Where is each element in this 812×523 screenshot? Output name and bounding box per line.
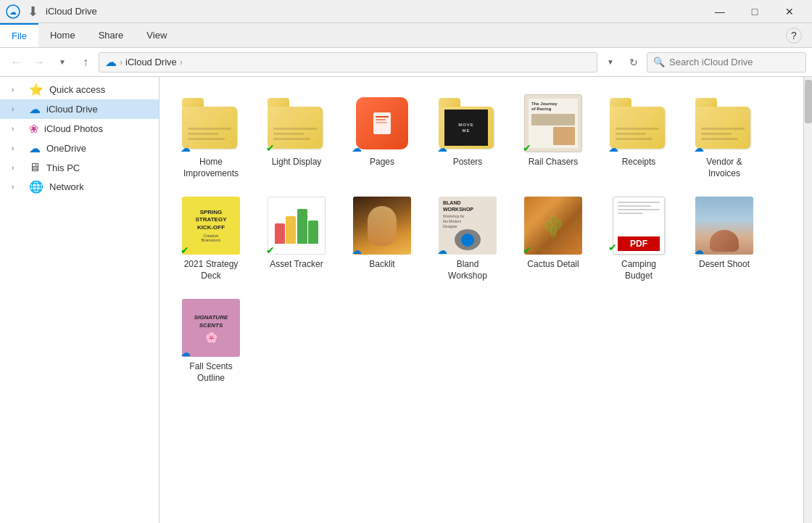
thumb-asset-tracker: ✔ bbox=[268, 197, 326, 255]
scrollbar-thumb[interactable] bbox=[805, 80, 812, 123]
status-check-icon: ✔ bbox=[266, 142, 275, 154]
thumb-desert-shoot: ☁ bbox=[695, 197, 753, 255]
sidebar-item-icloud-drive[interactable]: › ☁ iCloud Drive bbox=[0, 99, 159, 119]
expand-icon-quick-access: › bbox=[12, 86, 23, 94]
status-cloud-receipts: ☁ bbox=[608, 142, 618, 154]
file-item-strategy-deck[interactable]: SPRINGSTRATEGYKICK-OFF CreativeBrainstor… bbox=[171, 191, 251, 287]
network-icon: 🌐 bbox=[29, 180, 44, 194]
status-check-strategy: ✔ bbox=[181, 244, 189, 256]
thumb-receipts: ☁ bbox=[610, 94, 668, 152]
sidebar-item-this-pc[interactable]: › 🖥 This PC bbox=[0, 158, 159, 177]
sidebar: › ⭐ Quick access › ☁ iCloud Drive › ❀ iC… bbox=[0, 77, 160, 523]
file-item-home-improvements[interactable]: ☁ HomeImprovements bbox=[171, 88, 251, 185]
app-icon: ☁ bbox=[6, 4, 20, 19]
minimize-button[interactable]: — bbox=[703, 0, 737, 23]
icloud-icon: ☁ bbox=[29, 102, 41, 116]
sidebar-item-onedrive[interactable]: › ☁ OneDrive bbox=[0, 139, 159, 158]
expand-icon-this-pc: › bbox=[12, 164, 23, 172]
thumb-bland-workshop: BLANDWORKSHOP Workshop forthe ModernDesi… bbox=[439, 197, 497, 255]
expand-icon-network: › bbox=[12, 183, 23, 191]
file-item-posters[interactable]: MOVEME ☁ Posters bbox=[428, 88, 508, 185]
file-label-receipts: Receipts bbox=[622, 157, 656, 168]
file-item-cactus-detail[interactable]: 🌵 ✔ Cactus Detail bbox=[513, 191, 593, 287]
status-check-cactus: ✔ bbox=[523, 244, 531, 256]
file-item-bland-workshop[interactable]: BLANDWORKSHOP Workshop forthe ModernDesi… bbox=[428, 191, 508, 287]
svg-rect-4 bbox=[376, 119, 386, 120]
search-input[interactable] bbox=[669, 57, 800, 67]
sidebar-label-icloud-photos: iCloud Photos bbox=[44, 123, 103, 134]
tab-file[interactable]: File bbox=[0, 23, 38, 47]
status-cloud-desert: ☁ bbox=[694, 244, 704, 256]
svg-rect-5 bbox=[376, 122, 387, 123]
thumb-backlit: ☁ bbox=[353, 197, 411, 255]
file-label-camping-budget: CampingBudget bbox=[621, 259, 656, 281]
file-label-strategy-deck: 2021 StrategyDeck bbox=[184, 259, 239, 281]
file-item-backlit[interactable]: ☁ Backlit bbox=[342, 191, 422, 287]
thumb-pages: ☁ bbox=[353, 94, 411, 152]
close-button[interactable]: ✕ bbox=[773, 0, 806, 23]
thumb-posters: MOVEME ☁ bbox=[439, 94, 497, 152]
quick-access-toolbar[interactable]: ⬇ bbox=[28, 4, 38, 20]
file-label-desert-shoot: Desert Shoot bbox=[699, 259, 750, 271]
file-item-vendor-invoices[interactable]: ☁ Vendor &Invoices bbox=[684, 88, 764, 185]
status-cloud-scents: ☁ bbox=[181, 347, 191, 358]
sidebar-label-network: Network bbox=[49, 181, 84, 192]
sidebar-item-icloud-photos[interactable]: › ❀ iCloud Photos bbox=[0, 119, 159, 139]
onedrive-icon: ☁ bbox=[29, 141, 41, 155]
thumb-rail-chasers: The Journeyof Racing ✔ bbox=[524, 94, 582, 152]
path-dropdown-button[interactable]: ▼ bbox=[600, 52, 621, 73]
file-label-asset-tracker: Asset Tracker bbox=[270, 259, 323, 271]
path-separator-2: › bbox=[180, 57, 183, 67]
file-item-camping-budget[interactable]: PDF ✔ CampingBudget bbox=[599, 191, 679, 287]
file-item-fall-scents[interactable]: SIGNATURESCENTS 🌸 ☁ Fall ScentsOutline bbox=[171, 293, 251, 390]
back-button[interactable]: ← bbox=[6, 52, 26, 73]
status-check-rail: ✔ bbox=[523, 142, 531, 154]
maximize-button[interactable]: □ bbox=[738, 0, 771, 23]
thumb-strategy-deck: SPRINGSTRATEGYKICK-OFF CreativeBrainstor… bbox=[182, 197, 240, 255]
ribbon: File Home Share View ? bbox=[0, 23, 812, 48]
thumb-fall-scents: SIGNATURESCENTS 🌸 ☁ bbox=[182, 299, 240, 357]
file-item-receipts[interactable]: ☁ Receipts bbox=[599, 88, 679, 185]
file-label-backlit: Backlit bbox=[369, 259, 394, 271]
file-item-rail-chasers[interactable]: The Journeyof Racing ✔ Rail Chasers bbox=[513, 88, 593, 185]
tab-share[interactable]: Share bbox=[87, 23, 136, 47]
sidebar-label-icloud-drive: iCloud Drive bbox=[46, 104, 98, 115]
photos-icon: ❀ bbox=[29, 122, 38, 136]
svg-text:☁: ☁ bbox=[9, 8, 17, 16]
status-cloud-vendor: ☁ bbox=[694, 142, 704, 154]
file-label-fall-scents: Fall ScentsOutline bbox=[189, 361, 232, 384]
status-cloud-icon: ☁ bbox=[181, 142, 191, 154]
star-icon: ⭐ bbox=[29, 83, 44, 96]
file-item-desert-shoot[interactable]: ☁ Desert Shoot bbox=[684, 191, 764, 287]
scrollbar[interactable] bbox=[803, 77, 812, 523]
file-label-cactus-detail: Cactus Detail bbox=[527, 259, 579, 271]
up-button[interactable]: ↑ bbox=[75, 52, 96, 73]
refresh-button[interactable]: ↻ bbox=[624, 52, 644, 73]
status-check-asset: ✔ bbox=[266, 244, 275, 256]
path-separator-1: › bbox=[120, 57, 123, 67]
file-item-light-display[interactable]: ✔ Light Display bbox=[257, 88, 336, 185]
status-cloud-pages: ☁ bbox=[352, 142, 362, 154]
path-icloud-label: iCloud Drive bbox=[125, 57, 177, 67]
tab-view[interactable]: View bbox=[135, 23, 178, 47]
search-box: 🔍 bbox=[647, 52, 806, 73]
expand-icon-icloud-drive: › bbox=[12, 105, 23, 113]
recent-locations-button[interactable]: ▼ bbox=[52, 52, 72, 73]
file-area: ☁ HomeImprovements ✔ Light Display bbox=[160, 77, 803, 523]
address-path[interactable]: ☁ › iCloud Drive › bbox=[99, 52, 597, 73]
window-controls: — □ ✕ bbox=[703, 0, 806, 23]
file-item-pages[interactable]: ☁ Pages bbox=[342, 88, 422, 185]
sidebar-label-quick-access: Quick access bbox=[49, 84, 105, 95]
sidebar-item-network[interactable]: › 🌐 Network bbox=[0, 177, 159, 197]
file-label-posters: Posters bbox=[453, 157, 483, 168]
file-label-bland-workshop: BlandWorkshop bbox=[448, 259, 487, 281]
file-label-rail-chasers: Rail Chasers bbox=[529, 157, 579, 168]
expand-icon-onedrive: › bbox=[12, 144, 23, 152]
tab-home[interactable]: Home bbox=[38, 23, 87, 47]
sidebar-item-quick-access[interactable]: › ⭐ Quick access bbox=[0, 80, 159, 99]
status-cloud-bland: ☁ bbox=[437, 244, 447, 256]
forward-button[interactable]: → bbox=[29, 52, 49, 73]
help-button[interactable]: ? bbox=[786, 28, 802, 44]
file-item-asset-tracker[interactable]: ✔ Asset Tracker bbox=[257, 191, 336, 287]
status-cloud-posters: ☁ bbox=[437, 142, 447, 154]
